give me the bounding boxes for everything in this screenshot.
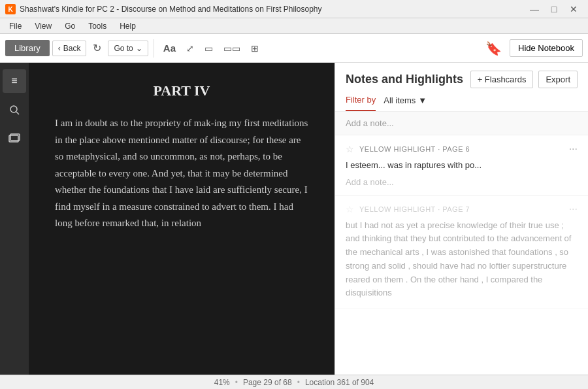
window-controls: — □ ✕ [525,2,583,16]
notes-header: Notes and Highlights + Flashcards Export… [335,63,588,112]
single-page-button[interactable]: ▭ [201,41,217,56]
filter-value-label: All items [384,95,416,105]
menu-file[interactable]: File [3,20,28,32]
page-info: Page 29 of 68 [243,378,292,387]
note-tag-2: YELLOW HIGHLIGHT · PAGE 7 [359,205,470,213]
note-text-2: but I had not as yet a precise knowledge… [346,219,578,301]
add-note-inline-1[interactable]: Add a note... [346,177,578,187]
book-content: PART IV I am in doubt as to the propriet… [29,63,335,375]
note-item-header-1: ☆ YELLOW HIGHLIGHT · PAGE 6 ··· [346,143,578,155]
menu-view[interactable]: View [28,20,58,32]
sidebar-icons: ≡ [0,63,29,375]
notes-list[interactable]: Add a note... ☆ YELLOW HIGHLIGHT · PAGE … [335,112,588,375]
note-item-1: ☆ YELLOW HIGHLIGHT · PAGE 6 ··· I esteem… [335,135,588,195]
svg-text:K: K [8,6,13,13]
menu-tools[interactable]: Tools [82,20,113,32]
notes-panel-title: Notes and Highlights [346,73,463,86]
zoom-level: 41% [214,378,230,387]
status-bar: 41% • Page 29 of 68 • Location 361 of 90… [0,375,588,389]
maximize-button[interactable]: □ [545,2,563,16]
note-meta-1: ☆ YELLOW HIGHLIGHT · PAGE 6 [346,144,470,154]
note-more-button-1[interactable]: ··· [569,143,578,155]
status-sep-1: • [235,378,238,387]
status-sep-2: • [297,378,300,387]
bookmark-button[interactable]: 🔖 [480,38,507,59]
note-item-2: ☆ YELLOW HIGHLIGHT · PAGE 7 ··· but I ha… [335,195,588,309]
menu-help[interactable]: Help [113,20,142,32]
refresh-button[interactable]: ↻ [89,39,105,57]
hide-notebook-button[interactable]: Hide Notebook [510,39,583,57]
sidebar-search-icon[interactable] [3,98,26,122]
two-page-button[interactable]: ▭▭ [220,41,244,56]
back-button[interactable]: ‹ Back [52,41,87,56]
toolbar-separator [154,39,154,58]
location-info: Location 361 of 904 [305,378,374,387]
filter-by-label: Filter by [346,95,376,111]
svg-point-2 [10,106,17,112]
filter-chevron-icon: ▼ [418,95,427,105]
filter-dropdown-button[interactable]: All items ▼ [384,95,427,110]
note-tag-1: YELLOW HIGHLIGHT · PAGE 6 [359,145,470,153]
star-icon-1[interactable]: ☆ [346,144,354,154]
back-chevron-icon: ‹ [58,44,61,53]
note-item-header-2: ☆ YELLOW HIGHLIGHT · PAGE 7 ··· [346,203,578,215]
notes-panel: Notes and Highlights + Flashcards Export… [335,63,588,375]
app-icon: K [5,4,16,14]
window-title: Shashwat's Kindle for PC 2 - Discourse o… [20,5,525,14]
star-icon-2[interactable]: ☆ [346,204,354,214]
svg-line-3 [16,112,19,114]
goto-button[interactable]: Go to ⌄ [108,41,148,56]
fullscreen-button[interactable]: ⤢ [182,41,198,56]
toolbar: Library ‹ Back ↻ Go to ⌄ Aa ⤢ ▭ ▭▭ ⊞ 🔖 H… [0,34,588,63]
menu-bar: File View Go Tools Help [0,18,588,34]
filter-row: Filter by All items ▼ [346,95,578,111]
sidebar-cards-icon[interactable] [3,127,26,150]
goto-chevron-icon: ⌄ [136,44,142,53]
note-text-1: I esteem... was in raptures with po... [346,159,578,172]
close-button[interactable]: ✕ [564,2,583,16]
grid-view-button[interactable]: ⊞ [247,41,263,56]
main-layout: ≡ PART IV I am in doubt as to the propri… [0,63,588,375]
add-note-bar-1[interactable]: Add a note... [335,112,588,135]
book-chapter-title: PART IV [55,82,308,99]
book-paragraph: I am in doubt as to the propriety of mak… [55,115,308,232]
notes-header-top: Notes and Highlights + Flashcards Export [346,71,578,88]
note-more-button-2[interactable]: ··· [569,203,578,215]
flashcards-button[interactable]: + Flashcards [470,71,534,88]
library-button[interactable]: Library [5,40,50,56]
sidebar-menu-icon[interactable]: ≡ [3,69,26,93]
notes-actions: + Flashcards Export [470,71,578,88]
menu-go[interactable]: Go [58,20,82,32]
export-button[interactable]: Export [538,71,578,88]
minimize-button[interactable]: — [525,2,544,16]
title-bar: K Shashwat's Kindle for PC 2 - Discourse… [0,0,588,18]
font-button[interactable]: Aa [159,40,180,56]
note-meta-2: ☆ YELLOW HIGHLIGHT · PAGE 7 [346,204,470,214]
